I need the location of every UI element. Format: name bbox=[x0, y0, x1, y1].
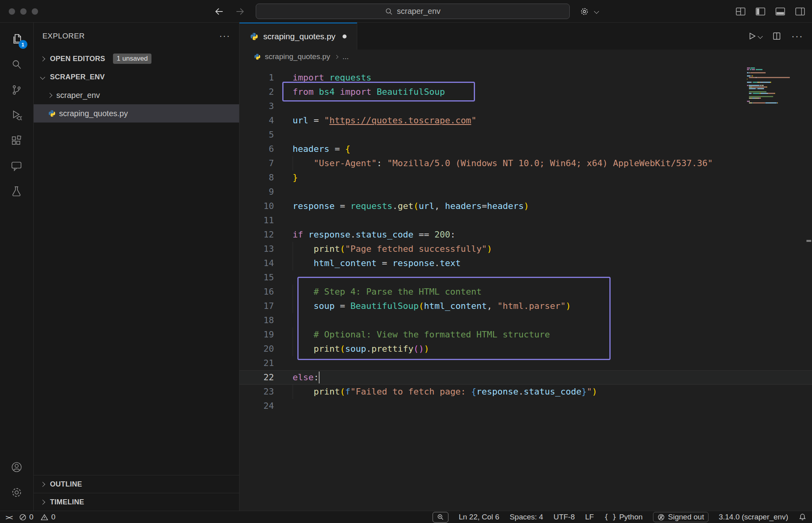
activity-chat[interactable] bbox=[0, 153, 34, 179]
timeline-section[interactable]: TIMELINE bbox=[34, 493, 239, 511]
line-number[interactable]: 9 bbox=[239, 185, 274, 199]
code-line[interactable]: soup = BeautifulSoup(html_content, "html… bbox=[293, 299, 812, 313]
line-number[interactable]: 16 bbox=[239, 285, 274, 299]
activity-search[interactable] bbox=[0, 52, 34, 77]
code-line[interactable]: "User-Agent": "Mozilla/5.0 (Windows NT 1… bbox=[293, 156, 812, 171]
command-center-search[interactable]: scraper_env bbox=[256, 4, 570, 19]
breadcrumb[interactable]: scraping_quotes.py ... bbox=[239, 50, 812, 64]
minimap[interactable] bbox=[747, 67, 806, 105]
eol-indicator[interactable]: LF bbox=[585, 513, 594, 521]
code-line[interactable] bbox=[293, 128, 812, 142]
line-number[interactable]: 23 bbox=[239, 385, 274, 399]
line-number[interactable]: 14 bbox=[239, 256, 274, 270]
activity-accounts[interactable] bbox=[0, 454, 34, 480]
manage-dropdown[interactable] bbox=[580, 0, 600, 23]
maximize-window-button[interactable] bbox=[32, 8, 38, 15]
toggle-panel-icon[interactable] bbox=[776, 8, 785, 15]
search-icon bbox=[10, 58, 23, 71]
code-line[interactable]: # Step 4: Parse the HTML content bbox=[293, 285, 812, 299]
line-number[interactable]: 15 bbox=[239, 270, 274, 285]
back-icon[interactable] bbox=[214, 6, 224, 17]
indentation-indicator[interactable]: Spaces: 4 bbox=[509, 513, 543, 521]
line-number[interactable]: 20 bbox=[239, 342, 274, 356]
line-number[interactable]: 4 bbox=[239, 113, 274, 128]
more-actions-icon[interactable]: ··· bbox=[219, 31, 230, 41]
customize-layout-icon[interactable] bbox=[736, 8, 745, 15]
code-line[interactable]: if response.status_code == 200: bbox=[293, 228, 812, 242]
forward-icon[interactable] bbox=[235, 6, 245, 17]
account-status[interactable]: Signed out bbox=[653, 512, 709, 522]
code-line[interactable] bbox=[293, 99, 812, 113]
code-line[interactable] bbox=[293, 356, 812, 370]
line-number[interactable]: 7 bbox=[239, 156, 274, 171]
cursor-position[interactable]: Ln 22, Col 6 bbox=[459, 513, 499, 521]
activity-extensions[interactable] bbox=[0, 128, 34, 153]
code-line[interactable]: response = requests.get(url, headers=hea… bbox=[293, 199, 812, 213]
open-editors-section[interactable]: OPEN EDITORS 1 unsaved bbox=[34, 50, 239, 68]
modified-indicator[interactable] bbox=[343, 34, 347, 38]
code-area[interactable]: 123456789101112131415161718192021222324 … bbox=[239, 64, 812, 511]
code-line[interactable] bbox=[293, 399, 812, 413]
code-line[interactable]: html_content = response.text bbox=[293, 256, 812, 270]
line-number[interactable]: 24 bbox=[239, 399, 274, 413]
more-actions-icon[interactable]: ··· bbox=[791, 31, 803, 42]
code-line[interactable]: else: bbox=[293, 370, 812, 385]
breadcrumb-file[interactable]: scraping_quotes.py bbox=[265, 52, 330, 61]
line-number[interactable]: 6 bbox=[239, 142, 274, 156]
run-python-file-button[interactable] bbox=[748, 32, 762, 40]
chevron-down-icon bbox=[758, 34, 763, 39]
activity-source-control[interactable] bbox=[0, 77, 34, 103]
code-line[interactable]: # Optional: View the formatted HTML stru… bbox=[293, 328, 812, 342]
line-number[interactable]: 19 bbox=[239, 328, 274, 342]
breadcrumb-symbol[interactable]: ... bbox=[343, 52, 349, 61]
encoding-indicator[interactable]: UTF-8 bbox=[553, 513, 575, 521]
workspace-section[interactable]: SCRAPER_ENV bbox=[34, 68, 239, 86]
line-number[interactable]: 5 bbox=[239, 128, 274, 142]
code-line[interactable]: print("Page fetched successfully") bbox=[293, 242, 812, 256]
line-number[interactable]: 21 bbox=[239, 356, 274, 370]
code-line[interactable]: url = "https://quotes.toscrape.com" bbox=[293, 113, 812, 128]
line-number[interactable]: 1 bbox=[239, 71, 274, 85]
split-editor-icon[interactable] bbox=[772, 32, 781, 40]
toggle-primary-sidebar-icon[interactable] bbox=[756, 8, 765, 15]
code-line[interactable]: import requests bbox=[293, 71, 812, 85]
line-number[interactable]: 3 bbox=[239, 99, 274, 113]
activity-testing[interactable] bbox=[0, 179, 34, 204]
code-line[interactable] bbox=[293, 185, 812, 199]
line-number[interactable]: 12 bbox=[239, 228, 274, 242]
code-line[interactable] bbox=[293, 270, 812, 285]
line-number[interactable]: 13 bbox=[239, 242, 274, 256]
python-interpreter[interactable]: 3.14.0 (scraper_env) bbox=[719, 513, 788, 521]
line-number[interactable]: 10 bbox=[239, 199, 274, 213]
problems-errors[interactable]: 0 bbox=[19, 513, 34, 521]
language-mode[interactable]: { } Python bbox=[604, 513, 643, 521]
code-line[interactable] bbox=[293, 213, 812, 228]
activity-settings[interactable] bbox=[0, 480, 34, 505]
code-line[interactable]: print(f"Failed to fetch page: {response.… bbox=[293, 385, 812, 399]
zoom-indicator[interactable] bbox=[433, 512, 448, 523]
toggle-secondary-sidebar-icon[interactable] bbox=[795, 8, 805, 15]
line-number[interactable]: 11 bbox=[239, 213, 274, 228]
line-number[interactable]: 8 bbox=[239, 171, 274, 185]
minimize-window-button[interactable] bbox=[20, 8, 27, 15]
outline-section[interactable]: OUTLINE bbox=[34, 475, 239, 493]
tree-item-folder[interactable]: scraper_env bbox=[34, 86, 239, 104]
code-line[interactable] bbox=[293, 313, 812, 328]
code-token-cls: requests bbox=[329, 73, 372, 82]
line-number[interactable]: 18 bbox=[239, 313, 274, 328]
notifications-bell-icon[interactable] bbox=[799, 513, 806, 521]
problems-warnings[interactable]: 0 bbox=[40, 513, 56, 521]
code-line[interactable]: headers = { bbox=[293, 142, 812, 156]
tab-scraping-quotes[interactable]: scraping_quotes.py bbox=[239, 23, 357, 50]
code-line[interactable]: from bs4 import BeautifulSoup bbox=[293, 85, 812, 99]
code-line[interactable]: print(soup.prettify()) bbox=[293, 342, 812, 356]
close-window-button[interactable] bbox=[9, 8, 15, 15]
activity-run-debug[interactable] bbox=[0, 103, 34, 128]
code-line[interactable]: } bbox=[293, 171, 812, 185]
activity-explorer[interactable]: 1 bbox=[0, 27, 34, 52]
line-number[interactable]: 22 bbox=[239, 370, 274, 385]
line-number[interactable]: 17 bbox=[239, 299, 274, 313]
tree-item-file-selected[interactable]: scraping_quotes.py bbox=[34, 104, 239, 123]
line-number[interactable]: 2 bbox=[239, 85, 274, 99]
remote-indicator[interactable]: >< bbox=[6, 513, 12, 521]
